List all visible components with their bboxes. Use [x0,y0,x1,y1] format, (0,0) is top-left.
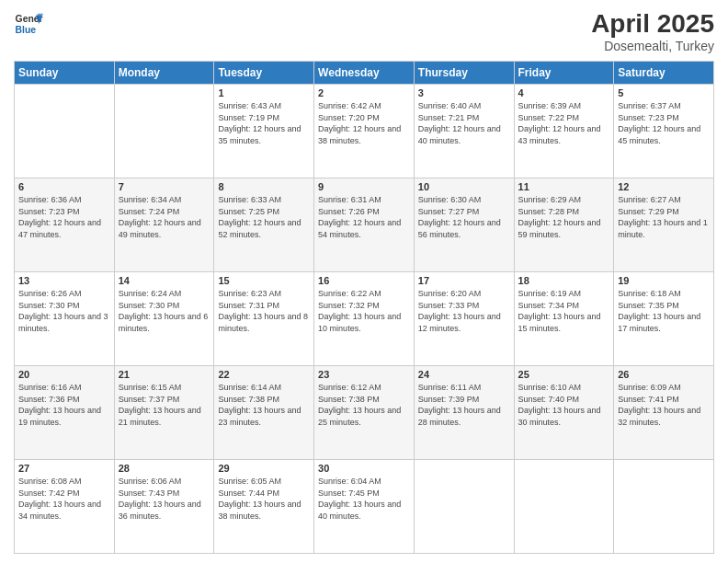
table-row [15,85,115,178]
table-row [414,460,514,554]
day-info: Sunrise: 6:36 AM Sunset: 7:23 PM Dayligh… [18,194,110,240]
table-row: 8Sunrise: 6:33 AM Sunset: 7:25 PM Daylig… [214,178,314,272]
day-info: Sunrise: 6:10 AM Sunset: 7:40 PM Dayligh… [518,382,610,428]
day-info: Sunrise: 6:18 AM Sunset: 7:35 PM Dayligh… [618,288,710,334]
title-block: April 2025 Dosemealti, Turkey [591,9,714,53]
day-number: 17 [418,275,510,286]
day-number: 14 [119,275,210,286]
table-row: 13Sunrise: 6:26 AM Sunset: 7:30 PM Dayli… [15,272,115,366]
table-row [114,85,214,178]
day-info: Sunrise: 6:08 AM Sunset: 7:42 PM Dayligh… [18,476,110,522]
day-info: Sunrise: 6:23 AM Sunset: 7:31 PM Dayligh… [218,288,310,334]
table-row: 29Sunrise: 6:05 AM Sunset: 7:44 PM Dayli… [214,460,314,554]
day-info: Sunrise: 6:16 AM Sunset: 7:36 PM Dayligh… [18,382,110,428]
table-row: 5Sunrise: 6:37 AM Sunset: 7:23 PM Daylig… [614,85,714,178]
calendar-week-row: 13Sunrise: 6:26 AM Sunset: 7:30 PM Dayli… [15,272,714,366]
day-info: Sunrise: 6:20 AM Sunset: 7:33 PM Dayligh… [418,288,510,334]
day-info: Sunrise: 6:40 AM Sunset: 7:21 PM Dayligh… [418,100,510,146]
table-row: 9Sunrise: 6:31 AM Sunset: 7:26 PM Daylig… [314,178,415,272]
day-number: 12 [618,181,710,192]
table-row: 16Sunrise: 6:22 AM Sunset: 7:32 PM Dayli… [314,272,415,366]
day-info: Sunrise: 6:30 AM Sunset: 7:27 PM Dayligh… [418,194,510,240]
table-row: 15Sunrise: 6:23 AM Sunset: 7:31 PM Dayli… [214,272,314,366]
day-info: Sunrise: 6:05 AM Sunset: 7:44 PM Dayligh… [218,476,310,522]
day-info: Sunrise: 6:31 AM Sunset: 7:26 PM Dayligh… [318,194,410,240]
calendar-week-row: 1Sunrise: 6:43 AM Sunset: 7:19 PM Daylig… [15,85,714,178]
day-info: Sunrise: 6:14 AM Sunset: 7:38 PM Dayligh… [218,382,310,428]
header: General Blue April 2025 Dosemealti, Turk… [14,9,714,53]
table-row [614,460,714,554]
table-row: 27Sunrise: 6:08 AM Sunset: 7:42 PM Dayli… [15,460,115,554]
table-row: 12Sunrise: 6:27 AM Sunset: 7:29 PM Dayli… [614,178,714,272]
day-number: 18 [518,275,610,286]
col-sunday: Sunday [15,62,115,85]
col-friday: Friday [514,62,614,85]
day-info: Sunrise: 6:12 AM Sunset: 7:38 PM Dayligh… [318,382,410,428]
day-number: 15 [218,275,310,286]
day-info: Sunrise: 6:27 AM Sunset: 7:29 PM Dayligh… [618,194,710,240]
day-number: 1 [218,87,310,98]
day-info: Sunrise: 6:04 AM Sunset: 7:45 PM Dayligh… [318,476,410,522]
page: General Blue April 2025 Dosemealti, Turk… [0,0,728,563]
col-thursday: Thursday [414,62,514,85]
day-number: 11 [518,181,610,192]
day-info: Sunrise: 6:26 AM Sunset: 7:30 PM Dayligh… [18,288,110,334]
day-info: Sunrise: 6:33 AM Sunset: 7:25 PM Dayligh… [218,194,310,240]
table-row: 19Sunrise: 6:18 AM Sunset: 7:35 PM Dayli… [614,272,714,366]
table-row: 6Sunrise: 6:36 AM Sunset: 7:23 PM Daylig… [15,178,115,272]
calendar-week-row: 6Sunrise: 6:36 AM Sunset: 7:23 PM Daylig… [15,178,714,272]
day-number: 23 [318,369,410,380]
logo: General Blue [14,9,43,39]
table-row: 3Sunrise: 6:40 AM Sunset: 7:21 PM Daylig… [414,85,514,178]
table-row: 24Sunrise: 6:11 AM Sunset: 7:39 PM Dayli… [414,366,514,460]
day-info: Sunrise: 6:06 AM Sunset: 7:43 PM Dayligh… [119,476,210,522]
main-title: April 2025 [591,9,714,39]
day-number: 21 [119,369,210,380]
col-monday: Monday [114,62,214,85]
col-wednesday: Wednesday [314,62,415,85]
subtitle: Dosemealti, Turkey [591,39,714,53]
day-number: 27 [18,463,110,474]
day-number: 26 [618,369,710,380]
svg-text:Blue: Blue [16,25,37,35]
day-info: Sunrise: 6:24 AM Sunset: 7:30 PM Dayligh… [119,288,210,334]
table-row: 1Sunrise: 6:43 AM Sunset: 7:19 PM Daylig… [214,85,314,178]
day-info: Sunrise: 6:43 AM Sunset: 7:19 PM Dayligh… [218,100,310,146]
day-info: Sunrise: 6:11 AM Sunset: 7:39 PM Dayligh… [418,382,510,428]
calendar-table: Sunday Monday Tuesday Wednesday Thursday… [14,61,714,554]
day-number: 16 [318,275,410,286]
table-row: 30Sunrise: 6:04 AM Sunset: 7:45 PM Dayli… [314,460,415,554]
day-number: 9 [318,181,410,192]
day-info: Sunrise: 6:15 AM Sunset: 7:37 PM Dayligh… [119,382,210,428]
day-info: Sunrise: 6:39 AM Sunset: 7:22 PM Dayligh… [518,100,610,146]
day-number: 6 [18,181,110,192]
day-number: 28 [119,463,210,474]
table-row: 18Sunrise: 6:19 AM Sunset: 7:34 PM Dayli… [514,272,614,366]
day-number: 2 [318,87,410,98]
day-number: 8 [218,181,310,192]
table-row: 28Sunrise: 6:06 AM Sunset: 7:43 PM Dayli… [114,460,214,554]
day-info: Sunrise: 6:09 AM Sunset: 7:41 PM Dayligh… [618,382,710,428]
table-row: 7Sunrise: 6:34 AM Sunset: 7:24 PM Daylig… [114,178,214,272]
table-row: 4Sunrise: 6:39 AM Sunset: 7:22 PM Daylig… [514,85,614,178]
table-row: 25Sunrise: 6:10 AM Sunset: 7:40 PM Dayli… [514,366,614,460]
table-row: 23Sunrise: 6:12 AM Sunset: 7:38 PM Dayli… [314,366,415,460]
table-row: 17Sunrise: 6:20 AM Sunset: 7:33 PM Dayli… [414,272,514,366]
table-row: 22Sunrise: 6:14 AM Sunset: 7:38 PM Dayli… [214,366,314,460]
table-row: 11Sunrise: 6:29 AM Sunset: 7:28 PM Dayli… [514,178,614,272]
table-row: 10Sunrise: 6:30 AM Sunset: 7:27 PM Dayli… [414,178,514,272]
table-row: 2Sunrise: 6:42 AM Sunset: 7:20 PM Daylig… [314,85,415,178]
day-number: 22 [218,369,310,380]
day-info: Sunrise: 6:22 AM Sunset: 7:32 PM Dayligh… [318,288,410,334]
table-row: 21Sunrise: 6:15 AM Sunset: 7:37 PM Dayli… [114,366,214,460]
day-number: 5 [618,87,710,98]
calendar-header-row: Sunday Monday Tuesday Wednesday Thursday… [15,62,714,85]
day-number: 24 [418,369,510,380]
day-info: Sunrise: 6:19 AM Sunset: 7:34 PM Dayligh… [518,288,610,334]
day-number: 4 [518,87,610,98]
day-number: 10 [418,181,510,192]
table-row: 20Sunrise: 6:16 AM Sunset: 7:36 PM Dayli… [15,366,115,460]
day-number: 20 [18,369,110,380]
day-number: 3 [418,87,510,98]
day-number: 30 [318,463,410,474]
